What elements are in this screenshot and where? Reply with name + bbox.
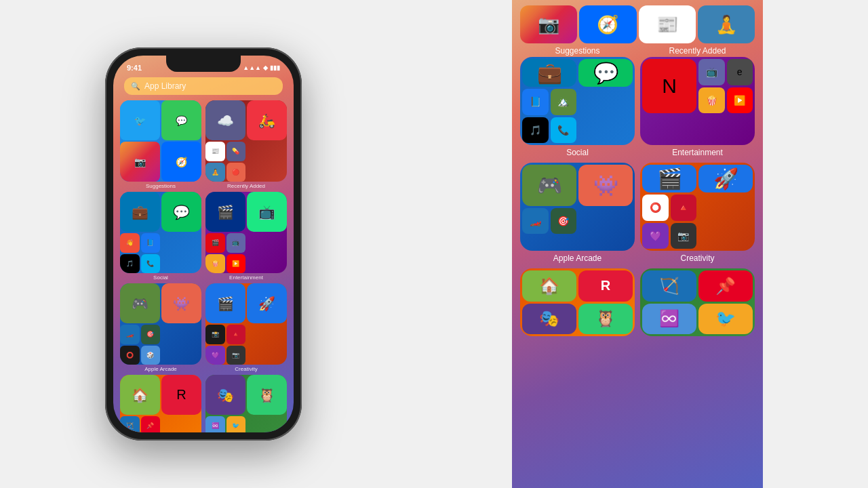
- large-game4[interactable]: 🎯: [551, 208, 577, 235]
- large-owly[interactable]: 🦉: [578, 304, 633, 335]
- app-minecraft[interactable]: 🎮: [120, 283, 160, 323]
- app-circle[interactable]: ⭕: [120, 346, 140, 365]
- app-calm[interactable]: 🧘: [205, 163, 225, 182]
- app-doordash[interactable]: 🛵: [247, 100, 287, 140]
- cat-social[interactable]: 💼 💬 👋 📘 🎵 📞: [120, 192, 201, 273]
- app-facebook[interactable]: 📘: [141, 233, 161, 253]
- large-reeder[interactable]: 🎬: [642, 165, 696, 192]
- app-tiktok[interactable]: 🎵: [120, 254, 140, 274]
- app-extra3[interactable]: ♾️: [205, 416, 225, 432]
- app-owly[interactable]: 🦉: [247, 375, 287, 415]
- large-other1-grid: 🏠 R 🎭 🦉: [520, 268, 635, 336]
- app-extra2[interactable]: 🎲: [141, 346, 161, 365]
- app-vectornator[interactable]: 💜: [205, 346, 225, 365]
- app-testflight[interactable]: 🚀: [247, 283, 287, 323]
- app-game6[interactable]: 🎭: [205, 375, 245, 415]
- app-extra4[interactable]: 🐦: [226, 416, 246, 432]
- large-wechat[interactable]: 💬: [578, 59, 633, 87]
- recently-added-label: Recently Added: [205, 183, 287, 189]
- large-disney[interactable]: 📘: [522, 89, 549, 115]
- large-skype[interactable]: 📞: [551, 117, 577, 144]
- app-cloud[interactable]: ☁️: [205, 100, 245, 140]
- app-hulu[interactable]: 📺: [247, 192, 287, 232]
- large-houzz[interactable]: 🏠: [522, 270, 576, 302]
- cat-suggestions[interactable]: 🐦 💬 📷 🧭: [120, 100, 201, 182]
- large-popcorn[interactable]: 🍿: [698, 87, 725, 114]
- app-extra[interactable]: 🔴: [226, 163, 246, 182]
- large-social-box[interactable]: 💼 💬 📘 🏔️ 🎵 📞: [520, 57, 635, 145]
- app-game2[interactable]: 👾: [161, 283, 201, 323]
- app-lightroom[interactable]: 📸: [205, 325, 225, 344]
- app-sonic[interactable]: 🏎️: [120, 325, 140, 344]
- large-infinity[interactable]: ♾️: [642, 304, 696, 335]
- partial-top-row: 📷 🧭 📰 🧘: [512, 0, 763, 46]
- app-netflix[interactable]: 🎬: [205, 233, 225, 253]
- app-yik[interactable]: 👋: [120, 233, 140, 253]
- app-epi[interactable]: 💊: [226, 142, 246, 161]
- large-vectornator[interactable]: 💜: [642, 223, 669, 249]
- large-sonic[interactable]: 🏎️: [522, 208, 549, 235]
- large-linkedin[interactable]: 💼: [522, 59, 576, 87]
- large-app-calm[interactable]: 🧘: [698, 5, 755, 43]
- app-rakuten[interactable]: R: [161, 375, 201, 415]
- app-nytimes[interactable]: 📰: [205, 142, 225, 161]
- large-app-safari[interactable]: 🧭: [579, 5, 636, 43]
- cat-entertainment[interactable]: 🎬 📺 🎬 📺 🍿 ▶️: [205, 192, 287, 273]
- large-bird[interactable]: 🐦: [698, 304, 753, 335]
- large-circle[interactable]: ⭕: [642, 195, 669, 221]
- large-teams[interactable]: 📺: [698, 59, 725, 85]
- large-app-nytimes[interactable]: 📰: [639, 5, 696, 43]
- app-disney[interactable]: 🎬: [205, 192, 245, 232]
- cat-recently-added[interactable]: ☁️ 🛵 📰 💊 🧘 🔴: [205, 100, 287, 182]
- cat-wrap-arcade: 🎮 👾 🏎️ 🎯 ⭕ 🎲 Apple Arcade: [120, 283, 201, 372]
- app-cam[interactable]: 📷: [226, 346, 246, 365]
- large-minecraft[interactable]: 🎮: [522, 165, 576, 206]
- large-youtube[interactable]: ▶️: [727, 87, 753, 114]
- app-teams[interactable]: 📺: [226, 233, 246, 253]
- large-nature[interactable]: 🏔️: [551, 89, 577, 115]
- app-wechat[interactable]: 💬: [161, 192, 201, 232]
- large-arcade-box[interactable]: 🎮 👾 🏎️ 🎯: [520, 163, 635, 251]
- large-rakuten[interactable]: R: [578, 270, 633, 302]
- app-safari[interactable]: 🧭: [161, 142, 201, 182]
- social-grid: 💼 💬 👋 📘 🎵 📞: [120, 192, 201, 273]
- cat-other1[interactable]: 🏠 R 🏹 📌 💼 ♾️: [120, 375, 201, 432]
- app-game4[interactable]: 🎯: [141, 325, 161, 344]
- large-affinity[interactable]: 🔺: [671, 195, 697, 221]
- large-app-instagram[interactable]: 📷: [520, 5, 577, 43]
- app-twitter[interactable]: 🐦: [120, 100, 160, 140]
- large-tiktok[interactable]: 🎵: [522, 117, 549, 144]
- notch: [166, 56, 241, 72]
- large-entertainment-box[interactable]: N 📺 e 🍿 ▶️: [640, 57, 755, 145]
- app-instagram[interactable]: 📷: [120, 142, 160, 182]
- cat-other2[interactable]: 🎭 🦉 ♾️ 🐦: [205, 375, 287, 432]
- app-popcorn[interactable]: 🍿: [205, 254, 225, 274]
- large-epicgames[interactable]: e: [727, 59, 753, 85]
- app-skype[interactable]: 📞: [141, 254, 161, 274]
- large-testflight[interactable]: 🚀: [698, 165, 753, 192]
- app-messages[interactable]: 💬: [161, 100, 201, 140]
- large-other1-box[interactable]: 🏠 R 🎭 🦉: [520, 268, 635, 336]
- app-pinterest[interactable]: 📌: [141, 416, 161, 432]
- large-game6[interactable]: 🎭: [522, 304, 576, 335]
- large-cam[interactable]: 📷: [671, 223, 697, 249]
- large-netflix[interactable]: N: [642, 59, 696, 113]
- large-other2-box[interactable]: 🏹 📌 ♾️ 🐦: [640, 268, 755, 336]
- large-game2[interactable]: 👾: [578, 165, 633, 206]
- large-pinterest[interactable]: 📌: [698, 270, 753, 302]
- large-creativity-box[interactable]: 🎬 🚀 ⭕ 🔺 💜 📷: [640, 163, 755, 251]
- app-arrow[interactable]: 🏹: [120, 416, 140, 432]
- app-reeder[interactable]: 🎬: [205, 283, 245, 323]
- entertainment-quad: 🎬 📺 🍿 ▶️: [205, 233, 245, 273]
- cat-arcade[interactable]: 🎮 👾 🏎️ 🎯 ⭕ 🎲: [120, 283, 201, 365]
- cat-creativity[interactable]: 🎬 🚀 📸 🔺 💜 📷: [205, 283, 287, 365]
- app-youtube[interactable]: ▶️: [226, 254, 246, 274]
- search-bar[interactable]: 🔍 App Library: [124, 77, 283, 95]
- large-other2-wrap: 🏹 📌 ♾️ 🐦: [640, 268, 755, 336]
- large-arrow[interactable]: 🏹: [642, 270, 696, 302]
- cat-wrap-other1: 🏠 R 🏹 📌 💼 ♾️: [120, 375, 201, 432]
- large-recently-label: Recently Added: [640, 46, 755, 56]
- app-affinity[interactable]: 🔺: [226, 325, 246, 344]
- app-houzz[interactable]: 🏠: [120, 375, 160, 415]
- app-linkedin[interactable]: 💼: [120, 192, 160, 232]
